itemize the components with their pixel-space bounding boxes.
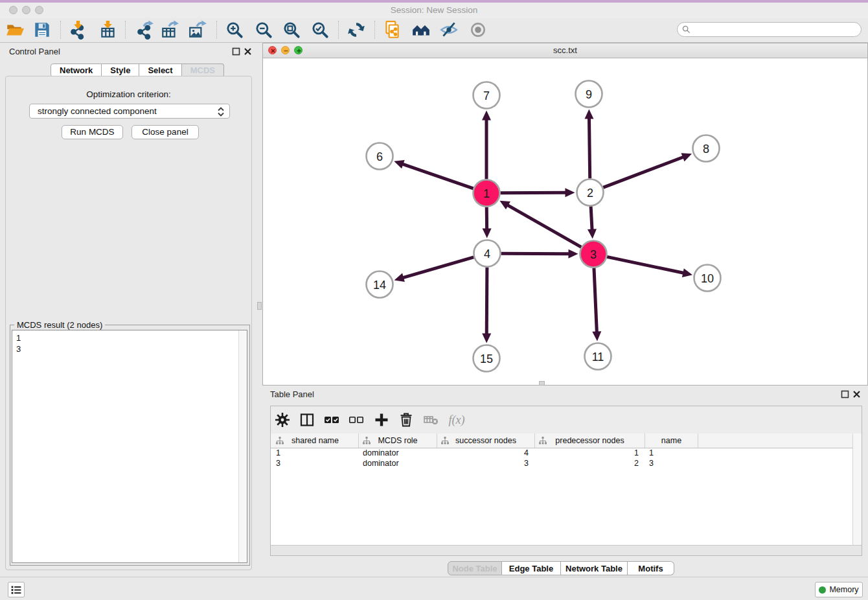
minimize-window-button[interactable] bbox=[22, 6, 30, 14]
graph-node-2[interactable]: 2 bbox=[577, 179, 604, 206]
refresh-layout-icon[interactable] bbox=[347, 20, 366, 40]
tab-network-table[interactable]: Network Table bbox=[561, 561, 628, 575]
close-network-button[interactable] bbox=[268, 46, 277, 54]
add-column-icon[interactable] bbox=[373, 411, 390, 428]
graph-edge-1-6[interactable] bbox=[394, 160, 473, 189]
close-panel-icon[interactable] bbox=[244, 47, 252, 56]
search-input[interactable] bbox=[677, 22, 862, 37]
network-view-window: scc.txt 1234678910111415 bbox=[262, 43, 868, 386]
graph-node-3[interactable]: 3 bbox=[580, 241, 607, 268]
show-all-icon[interactable] bbox=[468, 20, 488, 40]
graph-edge-2-9[interactable] bbox=[585, 109, 594, 178]
tab-node-table[interactable]: Node Table bbox=[448, 561, 502, 575]
graph-node-9[interactable]: 9 bbox=[576, 81, 602, 108]
memory-button[interactable]: Memory bbox=[815, 582, 863, 597]
duplicate-network-icon[interactable] bbox=[383, 20, 402, 40]
column-header-MCDS-role[interactable]: MCDS role bbox=[359, 433, 437, 448]
graph-node-11[interactable]: 11 bbox=[585, 343, 611, 370]
tab-motifs[interactable]: Motifs bbox=[628, 561, 674, 575]
open-file-icon[interactable] bbox=[5, 20, 25, 40]
mcds-result-text[interactable]: 1 3 bbox=[12, 330, 247, 563]
close-window-button[interactable] bbox=[9, 6, 17, 14]
select-all-rows-icon[interactable] bbox=[323, 411, 340, 428]
graph-node-14[interactable]: 14 bbox=[367, 271, 393, 298]
delete-table-icon[interactable] bbox=[422, 411, 439, 428]
svg-text:2: 2 bbox=[587, 187, 593, 200]
zoom-in-icon[interactable] bbox=[225, 20, 244, 40]
column-header-predecessor-nodes[interactable]: predecessor nodes bbox=[535, 433, 645, 448]
column-header-successor-nodes[interactable]: successor nodes bbox=[437, 433, 535, 448]
table-settings-icon[interactable] bbox=[274, 411, 291, 428]
network-canvas[interactable]: 1234678910111415 bbox=[263, 58, 867, 385]
control-tab-mcds[interactable]: MCDS bbox=[182, 63, 224, 77]
control-panel: Control Panel NetworkStyleSelectMCDS Opt… bbox=[0, 43, 257, 577]
graph-edge-2-8[interactable] bbox=[603, 153, 692, 187]
table-vertical-scrollbar[interactable] bbox=[852, 433, 862, 546]
svg-text:6: 6 bbox=[376, 150, 383, 163]
export-image-icon[interactable] bbox=[188, 20, 207, 40]
control-tab-style[interactable]: Style bbox=[102, 63, 139, 77]
close-table-panel-icon[interactable] bbox=[852, 390, 861, 398]
zoom-out-icon[interactable] bbox=[254, 20, 273, 40]
graph-edge-3-1[interactable] bbox=[499, 201, 581, 248]
zoom-window-button[interactable] bbox=[35, 6, 43, 14]
zoom-fit-icon[interactable] bbox=[282, 20, 301, 40]
float-table-panel-icon[interactable] bbox=[841, 390, 849, 398]
table-cell: 2 bbox=[535, 458, 645, 468]
export-table-icon[interactable] bbox=[160, 20, 179, 40]
table-panel: Table Panel bbox=[262, 386, 868, 577]
zoom-network-button[interactable] bbox=[294, 46, 303, 54]
table-horizontal-scrollbar[interactable] bbox=[271, 545, 862, 555]
column-visibility-icon[interactable] bbox=[299, 411, 315, 428]
graph-edge-1-4[interactable] bbox=[483, 207, 492, 238]
graph-edge-4-3[interactable] bbox=[501, 249, 578, 259]
graph-node-6[interactable]: 6 bbox=[367, 143, 393, 170]
list-icon bbox=[8, 583, 24, 597]
export-network-icon[interactable] bbox=[135, 20, 154, 40]
graph-node-15[interactable]: 15 bbox=[474, 345, 500, 372]
graph-edge-4-14[interactable] bbox=[394, 257, 474, 282]
tab-edge-table[interactable]: Edge Table bbox=[502, 561, 561, 575]
table-row[interactable]: 1dominator411 bbox=[271, 448, 853, 458]
column-header-label: name bbox=[661, 436, 681, 445]
minimize-network-button[interactable] bbox=[281, 46, 290, 54]
horizontal-splitter-handle[interactable] bbox=[539, 381, 545, 386]
graph-node-1[interactable]: 1 bbox=[474, 180, 500, 207]
import-network-icon[interactable] bbox=[68, 20, 87, 40]
import-table-icon[interactable] bbox=[98, 20, 118, 40]
toolbar-search bbox=[677, 22, 862, 37]
zoom-selected-icon[interactable] bbox=[310, 20, 330, 40]
graph-edge-3-11[interactable] bbox=[592, 268, 601, 341]
delete-column-icon[interactable] bbox=[398, 411, 415, 428]
control-tab-network[interactable]: Network bbox=[51, 63, 102, 77]
save-session-icon[interactable] bbox=[32, 20, 52, 40]
graph-edge-4-15[interactable] bbox=[482, 267, 491, 343]
first-neighbors-icon[interactable] bbox=[411, 20, 431, 40]
column-header-shared-name[interactable]: shared name bbox=[272, 433, 359, 448]
graph-node-8[interactable]: 8 bbox=[693, 135, 720, 162]
graph-edge-2-3[interactable] bbox=[588, 206, 597, 238]
graph-edge-1-7[interactable] bbox=[482, 111, 491, 179]
vertical-splitter-handle[interactable] bbox=[257, 302, 262, 310]
column-header-name[interactable]: name bbox=[645, 433, 698, 448]
deselect-all-rows-icon[interactable] bbox=[348, 411, 365, 428]
control-panel-tabs: NetworkStyleSelectMCDS bbox=[51, 63, 224, 77]
graph-node-10[interactable]: 10 bbox=[694, 265, 721, 292]
memory-label: Memory bbox=[829, 585, 858, 594]
graph-node-7[interactable]: 7 bbox=[474, 82, 500, 109]
graph-node-4[interactable]: 4 bbox=[474, 240, 501, 267]
control-tab-select[interactable]: Select bbox=[139, 63, 181, 77]
hide-selected-icon[interactable] bbox=[439, 20, 459, 40]
run-mcds-button[interactable]: Run MCDS bbox=[62, 125, 123, 139]
result-scrollbar-track[interactable] bbox=[238, 330, 247, 562]
criterion-dropdown[interactable]: strongly connected component bbox=[29, 104, 230, 119]
table-row[interactable]: 3dominator323 bbox=[271, 458, 853, 468]
close-panel-button[interactable]: Close panel bbox=[131, 125, 199, 139]
function-builder-icon[interactable]: f(x) bbox=[446, 411, 468, 428]
float-panel-icon[interactable] bbox=[232, 47, 240, 56]
graph-edge-1-2[interactable] bbox=[500, 188, 575, 197]
graph-edge-3-10[interactable] bbox=[607, 257, 692, 277]
task-history-button[interactable] bbox=[8, 582, 25, 597]
mcds-result-lines: 1 3 bbox=[16, 332, 247, 354]
network-window-titlebar[interactable]: scc.txt bbox=[263, 43, 867, 58]
